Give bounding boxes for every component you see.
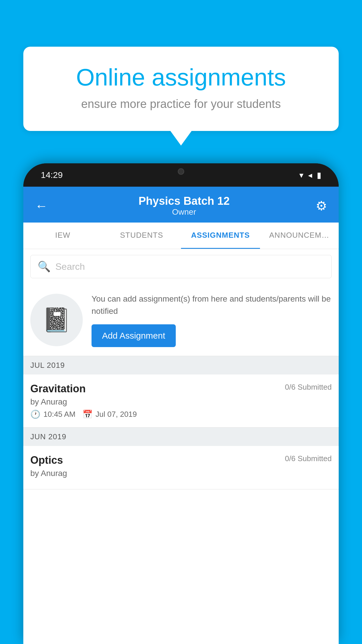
empty-icon-circle: 📓 [30,294,83,346]
empty-state: 📓 You can add assignment(s) from here an… [23,284,339,356]
status-icons: ▾ ◂ ▮ [299,170,321,180]
bubble-subtitle: ensure more practice for your students [47,97,315,111]
speech-bubble-container: Online assignments ensure more practice … [23,47,339,131]
status-bar: 14:29 ▾ ◂ ▮ [23,163,339,187]
clock-icon: 🕐 [30,410,41,419]
assignment-name-optics: Optics [30,454,63,466]
header-subtitle: Owner [138,207,230,217]
notch [155,163,207,179]
assignment-submitted: 0/6 Submitted [285,383,332,392]
tab-iew[interactable]: IEW [23,223,102,249]
tabs-bar: IEW STUDENTS ASSIGNMENTS ANNOUNCEM… [23,223,339,249]
assignment-submitted-optics: 0/6 Submitted [285,454,332,463]
assignment-by: by Anurag [30,397,332,407]
content-area: 🔍 Search 📓 You can add assignment(s) fro… [23,249,339,644]
meta-time: 🕐 10:45 AM [30,410,75,419]
wifi-icon: ▾ [299,170,303,180]
search-bar[interactable]: 🔍 Search [30,255,332,278]
phone-frame: 14:29 ▾ ◂ ▮ ← Physics Batch 12 Owner ⚙ I… [23,163,339,644]
assignment-item-gravitation[interactable]: Gravitation 0/6 Submitted by Anurag 🕐 10… [23,374,339,428]
search-icon: 🔍 [38,260,51,273]
bubble-title: Online assignments [47,64,315,90]
search-container: 🔍 Search [23,249,339,284]
tab-assignments[interactable]: ASSIGNMENTS [181,223,260,249]
empty-description: You can add assignment(s) from here and … [92,293,332,317]
section-header-jul: JUL 2019 [23,356,339,374]
assignment-row-top: Gravitation 0/6 Submitted [30,383,332,395]
search-placeholder: Search [55,261,85,272]
assignment-row-top-optics: Optics 0/6 Submitted [30,454,332,466]
meta-date: 📅 Jul 07, 2019 [82,410,137,419]
tab-announcements[interactable]: ANNOUNCEM… [260,223,339,249]
battery-icon: ▮ [317,170,321,180]
settings-button[interactable]: ⚙ [316,198,327,213]
app-header: ← Physics Batch 12 Owner ⚙ [23,187,339,223]
assignment-name: Gravitation [30,383,86,395]
speech-bubble: Online assignments ensure more practice … [23,47,339,131]
status-time: 14:29 [41,170,63,180]
assignment-meta: 🕐 10:45 AM 📅 Jul 07, 2019 [30,410,332,419]
empty-text-group: You can add assignment(s) from here and … [92,293,332,347]
signal-icon: ◂ [308,170,312,180]
header-title: Physics Batch 12 [138,195,230,207]
assignment-item-optics[interactable]: Optics 0/6 Submitted by Anurag [23,446,339,489]
add-assignment-button[interactable]: Add Assignment [92,324,176,347]
calendar-icon: 📅 [82,410,93,419]
section-header-jun: JUN 2019 [23,428,339,446]
header-title-group: Physics Batch 12 Owner [138,195,230,217]
notebook-icon: 📓 [42,306,71,334]
app-screen: ← Physics Batch 12 Owner ⚙ IEW STUDENTS … [23,187,339,644]
tab-students[interactable]: STUDENTS [102,223,181,249]
camera-dot [178,168,184,175]
assignment-by-optics: by Anurag [30,469,332,478]
back-button[interactable]: ← [35,199,52,213]
